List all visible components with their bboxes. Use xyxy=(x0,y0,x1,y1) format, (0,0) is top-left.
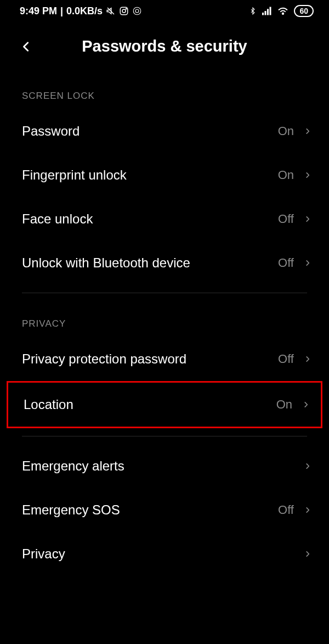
setting-label: Face unlock xyxy=(22,211,271,227)
app-icon xyxy=(132,6,142,16)
setting-value: On xyxy=(278,124,294,138)
divider xyxy=(22,436,307,436)
section-header-privacy: PRIVACY xyxy=(0,301,329,337)
chevron-right-icon xyxy=(304,504,311,516)
battery-indicator: 60 xyxy=(294,5,314,17)
chevron-right-icon xyxy=(304,213,311,225)
svg-point-2 xyxy=(122,9,126,13)
setting-value: Off xyxy=(278,352,294,366)
setting-label: Privacy xyxy=(22,546,297,562)
status-right: 60 xyxy=(249,5,314,17)
status-bar: 9:49 PM | 0.0KB/s xyxy=(0,0,329,22)
status-separator: | xyxy=(60,5,63,17)
chevron-right-icon xyxy=(304,169,311,181)
page-title: Passwords & security xyxy=(11,37,318,55)
setting-privacy-protection-password[interactable]: Privacy protection password Off xyxy=(0,337,329,381)
chevron-left-icon xyxy=(20,38,32,55)
wifi-icon xyxy=(277,7,288,15)
instagram-icon xyxy=(119,6,129,16)
setting-label: Password xyxy=(22,124,271,139)
chevron-right-icon xyxy=(304,125,311,137)
signal-icon xyxy=(262,7,272,15)
chevron-right-icon xyxy=(304,353,311,365)
setting-value: Off xyxy=(278,256,294,270)
header: Passwords & security xyxy=(0,22,329,65)
status-left: 9:49 PM | 0.0KB/s xyxy=(20,5,142,17)
status-time: 9:49 PM xyxy=(20,5,57,17)
setting-label: Location xyxy=(24,397,270,412)
setting-emergency-alerts[interactable]: Emergency alerts xyxy=(0,444,329,488)
setting-label: Emergency SOS xyxy=(22,502,271,518)
chevron-right-icon xyxy=(304,548,311,560)
svg-rect-9 xyxy=(270,7,271,15)
mute-icon xyxy=(106,6,116,16)
highlight-annotation: Location On xyxy=(7,381,322,428)
section-header-screen-lock: SCREEN LOCK xyxy=(0,65,329,109)
setting-emergency-sos[interactable]: Emergency SOS Off xyxy=(0,488,329,532)
setting-value: On xyxy=(276,397,292,412)
setting-password[interactable]: Password On xyxy=(0,109,329,153)
setting-value: On xyxy=(278,168,294,182)
setting-unlock-bluetooth[interactable]: Unlock with Bluetooth device Off xyxy=(0,241,329,285)
setting-label: Privacy protection password xyxy=(22,351,271,367)
bluetooth-icon xyxy=(249,6,257,16)
svg-point-4 xyxy=(133,7,141,15)
svg-point-5 xyxy=(135,9,139,13)
setting-fingerprint-unlock[interactable]: Fingerprint unlock On xyxy=(0,153,329,197)
divider xyxy=(22,293,307,293)
svg-rect-8 xyxy=(267,9,269,15)
setting-label: Emergency alerts xyxy=(22,458,297,474)
svg-rect-7 xyxy=(265,11,266,15)
setting-value: Off xyxy=(278,503,294,517)
svg-rect-6 xyxy=(262,13,264,15)
setting-label: Fingerprint unlock xyxy=(22,167,271,183)
setting-privacy[interactable]: Privacy xyxy=(0,532,329,576)
svg-point-10 xyxy=(282,13,283,14)
status-data-speed: 0.0KB/s xyxy=(66,5,103,17)
svg-point-3 xyxy=(126,8,127,9)
setting-location[interactable]: Location On xyxy=(8,383,321,427)
chevron-right-icon xyxy=(304,460,311,472)
setting-value: Off xyxy=(278,212,294,226)
chevron-right-icon xyxy=(304,257,311,269)
setting-label: Unlock with Bluetooth device xyxy=(22,255,271,271)
setting-face-unlock[interactable]: Face unlock Off xyxy=(0,197,329,241)
back-button[interactable] xyxy=(15,36,37,58)
chevron-right-icon xyxy=(302,399,310,411)
